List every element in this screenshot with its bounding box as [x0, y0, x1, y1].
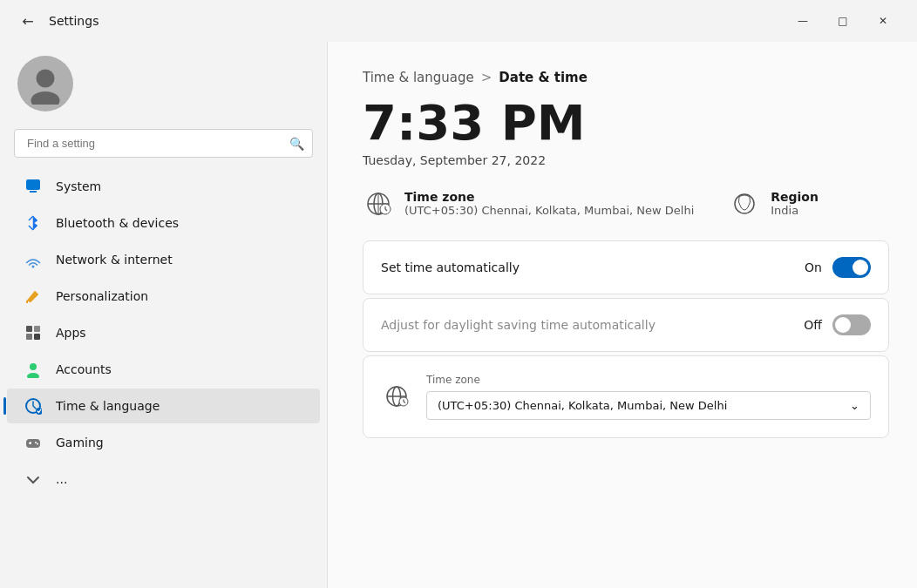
auto-time-value: On	[805, 260, 822, 274]
nav-item-accounts[interactable]: Accounts	[7, 352, 320, 387]
back-button[interactable]: ←	[14, 7, 42, 35]
titlebar: ← Settings — □ ✕	[0, 0, 917, 42]
svg-rect-3	[30, 191, 37, 193]
time-display: 7:33 PM	[363, 96, 889, 150]
daylight-card: Adjust for daylight saving time automati…	[363, 298, 889, 352]
tz-select-label: Time zone	[426, 374, 871, 386]
daylight-label: Adjust for daylight saving time automati…	[381, 318, 804, 332]
nav-item-system[interactable]: System	[7, 169, 320, 204]
nav-label-gaming: Gaming	[56, 436, 104, 449]
auto-time-row: Set time automatically On	[363, 241, 888, 294]
auto-time-toggle[interactable]	[832, 257, 871, 278]
timezone-label: Time zone	[404, 190, 694, 204]
nav-label-more: ...	[56, 472, 67, 486]
tz-select-dropdown[interactable]: (UTC+05:30) Chennai, Kolkata, Mumbai, Ne…	[426, 391, 871, 420]
timezone-value: (UTC+05:30) Chennai, Kolkata, Mumbai, Ne…	[404, 204, 694, 217]
auto-time-card: Set time automatically On	[363, 240, 889, 294]
nav-label-personalization: Personalization	[56, 289, 148, 303]
nav-label-accounts: Accounts	[56, 362, 112, 376]
close-button[interactable]: ✕	[863, 7, 903, 35]
timezone-text: Time zone (UTC+05:30) Chennai, Kolkata, …	[404, 190, 694, 217]
avatar[interactable]	[17, 56, 73, 112]
daylight-toggle-thumb	[835, 317, 851, 333]
breadcrumb-sep: >	[481, 70, 492, 85]
minimize-button[interactable]: —	[783, 7, 823, 35]
bluetooth-icon	[24, 214, 42, 232]
svg-rect-9	[34, 334, 40, 340]
region-label: Region	[771, 190, 819, 204]
avatar-section	[0, 42, 327, 129]
nav-label-bluetooth: Bluetooth & devices	[56, 216, 179, 230]
breadcrumb-parent: Time & language	[363, 70, 474, 85]
svg-point-10	[30, 363, 37, 370]
timezone-select-card: Time zone (UTC+05:30) Chennai, Kolkata, …	[363, 355, 889, 438]
svg-point-13	[36, 408, 42, 415]
auto-time-label: Set time automatically	[381, 260, 805, 274]
nav-label-time: Time & language	[56, 399, 160, 413]
search-box: 🔍	[14, 129, 313, 158]
breadcrumb: Time & language > Date & time	[363, 70, 889, 85]
nav-item-time[interactable]: Time & language	[7, 389, 320, 423]
svg-point-17	[35, 442, 37, 443]
svg-rect-6	[26, 326, 32, 332]
nav-item-apps[interactable]: Apps	[7, 315, 320, 350]
timezone-info: Time zone (UTC+05:30) Chennai, Kolkata, …	[363, 188, 694, 220]
tz-select-content: Time zone (UTC+05:30) Chennai, Kolkata, …	[426, 374, 871, 420]
app-body: 🔍 System Bluetooth & devices	[0, 42, 917, 588]
personalization-icon	[24, 287, 42, 305]
apps-icon	[24, 324, 42, 341]
timezone-icon	[363, 188, 394, 220]
more-icon	[24, 470, 42, 488]
search-input[interactable]	[14, 129, 313, 158]
svg-rect-16	[30, 442, 31, 444]
breadcrumb-current: Date & time	[499, 70, 588, 85]
nav-item-personalization[interactable]: Personalization	[7, 279, 320, 314]
nav-label-network: Network & internet	[56, 253, 173, 267]
nav-item-gaming[interactable]: Gaming	[7, 425, 320, 460]
zone-row: Time zone (UTC+05:30) Chennai, Kolkata, …	[363, 188, 889, 220]
region-icon	[729, 188, 760, 220]
region-text: Region India	[771, 190, 819, 217]
network-icon	[24, 251, 42, 268]
sidebar: 🔍 System Bluetooth & devices	[0, 42, 327, 588]
daylight-row: Adjust for daylight saving time automati…	[363, 299, 888, 351]
svg-point-11	[27, 373, 39, 378]
gaming-icon	[24, 434, 42, 451]
svg-point-0	[37, 70, 55, 88]
auto-time-toggle-thumb	[852, 260, 868, 275]
svg-rect-7	[34, 326, 40, 332]
time-icon	[24, 397, 42, 415]
svg-rect-8	[26, 334, 32, 340]
svg-point-4	[32, 266, 35, 268]
region-value: India	[771, 204, 819, 217]
nav-item-network[interactable]: Network & internet	[7, 242, 320, 277]
tz-select-value: (UTC+05:30) Chennai, Kolkata, Mumbai, Ne…	[438, 399, 727, 412]
daylight-toggle[interactable]	[832, 314, 871, 335]
window-controls: — □ ✕	[783, 7, 903, 35]
tz-select-chevron: ⌄	[850, 399, 859, 412]
nav-item-bluetooth[interactable]: Bluetooth & devices	[7, 206, 320, 240]
region-info: Region India	[729, 188, 819, 220]
content-area: Time & language > Date & time 7:33 PM Tu…	[327, 42, 917, 588]
accounts-icon	[24, 361, 42, 378]
app-title: Settings	[49, 14, 783, 28]
nav-label-apps: Apps	[56, 326, 86, 340]
svg-point-18	[37, 443, 38, 445]
nav-label-system: System	[56, 179, 101, 193]
svg-point-26	[735, 194, 754, 213]
svg-point-1	[31, 91, 60, 105]
nav-item-more[interactable]: ...	[7, 462, 320, 497]
restore-button[interactable]: □	[823, 7, 863, 35]
svg-rect-2	[26, 179, 40, 190]
date-display: Tuesday, September 27, 2022	[363, 153, 889, 167]
tz-select-icon	[381, 384, 412, 409]
system-icon	[24, 178, 42, 195]
daylight-value: Off	[804, 318, 822, 332]
